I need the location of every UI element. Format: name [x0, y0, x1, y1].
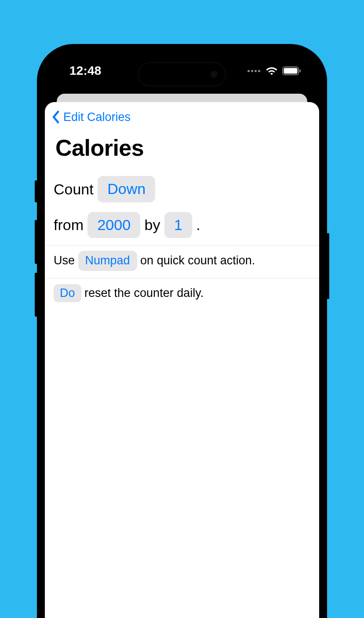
svg-rect-1	[284, 68, 298, 74]
status-bar: 12:48	[45, 52, 319, 90]
reset-choice-picker[interactable]: Do	[54, 284, 81, 303]
direction-picker[interactable]: Down	[98, 176, 155, 202]
label-use: Use	[54, 251, 78, 270]
wifi-icon	[266, 66, 278, 76]
settings-sheet: Edit Calories Calories Count Down from 2…	[45, 102, 319, 618]
row-reset-daily: Do reset the counter daily.	[45, 278, 319, 310]
back-button-label[interactable]: Edit Calories	[63, 110, 131, 124]
label-by: by	[140, 213, 164, 237]
phone-side-button	[35, 180, 37, 202]
back-chevron-icon[interactable]	[51, 110, 61, 124]
phone-side-button	[35, 273, 37, 317]
dynamic-island	[138, 62, 226, 86]
phone-screen: 12:48	[45, 52, 319, 618]
svg-rect-2	[299, 69, 301, 73]
label-reset-suffix: reset the counter daily.	[81, 284, 204, 303]
row-count-direction: Count Down from 2000 by 1 .	[45, 171, 319, 245]
page-title: Calories	[45, 128, 319, 171]
label-period: .	[192, 213, 200, 237]
label-from: from	[54, 213, 87, 237]
label-quick-action-suffix: on quick count action.	[137, 251, 255, 270]
status-right	[248, 66, 302, 76]
start-value-field[interactable]: 2000	[87, 212, 140, 238]
status-dots-icon	[248, 70, 260, 72]
phone-side-button	[35, 220, 37, 264]
phone-frame: 12:48	[37, 44, 327, 618]
row-quick-action: Use Numpad on quick count action.	[45, 245, 319, 278]
status-time: 12:48	[69, 64, 102, 78]
step-value-field[interactable]: 1	[164, 212, 192, 238]
label-count: Count	[54, 177, 98, 201]
keyboard-picker[interactable]: Numpad	[78, 251, 137, 271]
nav-bar: Edit Calories	[45, 102, 319, 128]
battery-icon	[282, 66, 302, 76]
phone-side-button	[327, 233, 329, 299]
